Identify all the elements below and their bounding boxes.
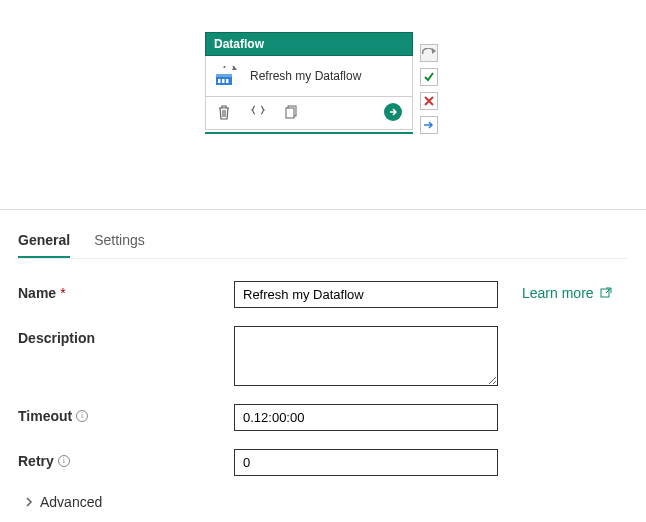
activity-footer [205,97,413,130]
description-input[interactable] [234,326,498,386]
advanced-toggle[interactable]: Advanced [18,494,628,510]
delete-icon[interactable] [216,104,232,120]
activity-selection-underline [205,132,413,134]
external-link-icon [600,287,612,299]
svg-marker-8 [432,48,436,54]
name-label: Name * [18,281,234,301]
description-label: Description [18,326,234,346]
timeout-label: Timeout i [18,404,234,424]
tab-settings[interactable]: Settings [94,228,145,258]
activity-output-icons [420,44,438,134]
required-asterisk: * [60,285,65,301]
svg-rect-4 [226,79,229,83]
skip-arrow-icon[interactable] [420,116,438,134]
copy-icon[interactable] [284,104,300,120]
activity-type-label: Dataflow [214,37,264,51]
timeout-input[interactable] [234,404,498,431]
activity-body: Refresh my Dataflow [205,56,413,97]
retry-input[interactable] [234,449,498,476]
retry-label: Retry i [18,449,234,469]
general-form: Name * Learn more Description Timeout i [18,259,628,510]
learn-more-label: Learn more [522,285,594,301]
svg-rect-9 [601,289,609,297]
tab-settings-label: Settings [94,232,145,248]
cross-icon[interactable] [420,92,438,110]
chevron-right-icon [24,494,34,510]
code-braces-icon[interactable] [250,104,266,120]
svg-rect-2 [218,79,221,83]
name-input[interactable] [234,281,498,308]
properties-panel: General Settings Name * Learn more Descr… [0,210,646,510]
properties-tabs: General Settings [18,228,628,259]
dataflow-icon [216,66,238,86]
tab-general[interactable]: General [18,228,70,258]
info-icon[interactable]: i [76,410,88,422]
svg-rect-7 [286,108,294,118]
learn-more-link[interactable]: Learn more [522,281,612,301]
svg-rect-1 [216,74,232,77]
deactivate-icon[interactable] [420,44,438,62]
tab-general-label: General [18,232,70,248]
run-arrow-icon[interactable] [384,103,402,121]
activity-header[interactable]: Dataflow [205,32,413,56]
svg-rect-3 [222,79,225,83]
activity-name-label: Refresh my Dataflow [250,69,361,83]
info-icon[interactable]: i [58,455,70,467]
checkmark-icon[interactable] [420,68,438,86]
activity-card[interactable]: Dataflow Refresh my Dataflow [205,32,413,134]
advanced-label: Advanced [40,494,102,510]
